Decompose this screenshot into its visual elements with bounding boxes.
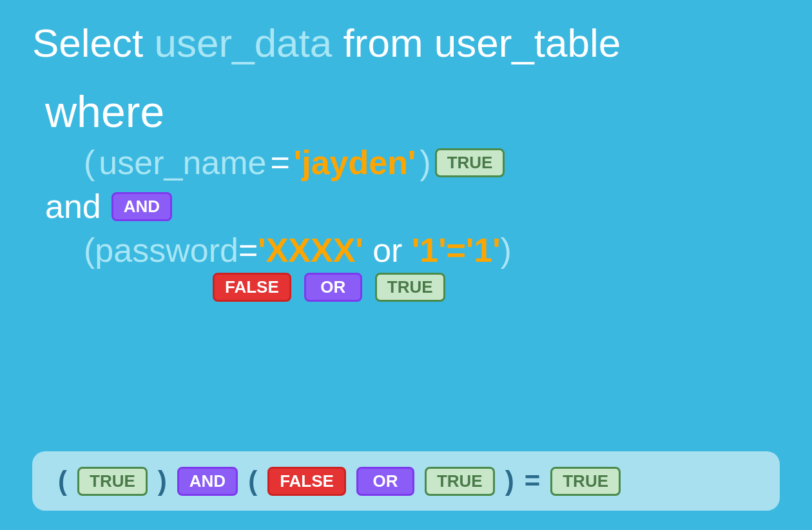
title-suffix: from user_table [332,21,621,65]
main-title: Select user_data from user_table [32,19,780,67]
bp-true-badge: TRUE [77,467,148,496]
bp-close-paren2: ) [505,466,514,496]
title-var: user_data [155,21,333,65]
bp-false-badge: FALSE [267,467,346,496]
condition1-line: (user_name = 'jayden') TRUE [84,143,780,182]
bp-true-badge2: TRUE [425,467,495,496]
bp-open-paren2: ( [248,466,257,496]
bottom-panel: ( TRUE ) AND ( FALSE OR TRUE ) = TRUE [32,451,780,511]
cond1-field: user_name [99,143,266,182]
cond1-true-badge: TRUE [435,148,505,177]
cond1-equals: = [270,143,289,182]
cond2-open-paren: ( [84,231,95,269]
query-body: where (user_name = 'jayden') TRUE and AN… [32,86,780,451]
bp-equals: = [525,466,541,496]
cond1-open-paren: ( [84,143,95,182]
condition2-line: (password='XXXX' or '1'='1') [84,231,780,270]
cond1-value: 'jayden' [294,143,416,182]
bp-result-badge: TRUE [550,467,621,496]
bp-close-paren1: ) [158,466,167,496]
true-badge: TRUE [375,273,445,302]
cond2-value1: 'XXXX' [258,231,363,269]
cond2-close-paren: ) [501,231,512,269]
bp-open-paren1: ( [58,466,67,496]
cond2-or: or [363,231,412,269]
false-badge: FALSE [213,273,291,302]
and-line: and AND [45,187,780,226]
or-badge: OR [304,273,362,302]
and-keyword: and [45,187,101,226]
bp-and-badge: AND [177,467,238,496]
cond2-field: password [95,231,238,269]
cond2-value2: '1'='1' [412,231,501,269]
cond1-close-paren: ) [420,143,430,182]
cond2-equals: = [238,231,258,269]
bp-or-badge: OR [356,467,414,496]
badges-row: FALSE OR TRUE [84,273,780,302]
where-keyword: where [45,86,780,137]
title-prefix: Select [32,21,155,65]
and-badge: AND [111,192,172,221]
